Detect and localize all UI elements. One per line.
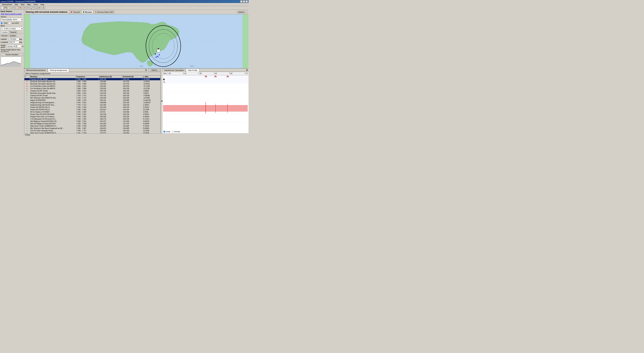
interference-cell: -133.736 xyxy=(99,78,122,80)
frequency-cell: 7.445 - 7.453 xyxy=(76,106,99,108)
options-icon[interactable]: ⋮ xyxy=(148,69,150,71)
tab-transmit[interactable]: Transmit xyxy=(9,31,17,34)
col-receiver[interactable]: Receiver: xyxy=(30,75,76,78)
table-row[interactable]: ✓ 2-12 Macquarie St (OConnell St s... 7.… xyxy=(24,118,160,120)
toolbar-btn-4[interactable]: ✂ xyxy=(12,6,15,9)
table-row[interactable]: ✓ State Sport Centre HOMEBUSH H... 7.241… xyxy=(24,132,160,134)
tab-location[interactable]: Location xyxy=(1,31,9,34)
options-button-table[interactable]: Options... xyxy=(150,69,160,72)
terrain-height-label: Terrain height (above sea): xyxy=(1,49,20,51)
height-value-input[interactable] xyxy=(16,45,22,48)
menu-view[interactable]: View xyxy=(19,3,26,6)
toolbar-sep-3 xyxy=(30,6,30,9)
table-row[interactable]: ✓ Electricity Sub-station Border Roa... … xyxy=(24,92,160,94)
menu-edit[interactable]: Edit xyxy=(14,3,19,6)
tab-reverse-band-gso[interactable]: ◉ Reverse Band GSO xyxy=(94,10,114,14)
tab-path-profile[interactable]: Path Profile xyxy=(186,68,199,72)
receiver-cell: Cnr Pembroke & Sark Sts MINTO xyxy=(30,87,76,90)
toolbar-btn-undo[interactable]: ↩ xyxy=(23,6,26,9)
interference-cell: -154.293 xyxy=(99,122,122,125)
receiver-cell: Powers Rd SEVEN HILLS xyxy=(30,106,76,108)
non-gso-radio[interactable] xyxy=(8,22,11,24)
map-area[interactable]: 140 E 160 E xyxy=(24,14,248,68)
table-row[interactable]: ● Charleys Rd MT Tomah 7.606 - 7.614 -14… xyxy=(24,90,160,92)
service-select[interactable]: Fixed Satellite, Rx/Tx xyxy=(1,18,24,21)
toolbar-btn-redo[interactable]: ↪ xyxy=(26,6,30,9)
table-row[interactable]: ● Electricity Sub-station Bandon Rd... 7… xyxy=(24,80,160,82)
table-container[interactable]: ! Receiver: Frequency: Interference (S):… xyxy=(24,75,160,134)
threshold-cell: -150.105 xyxy=(122,92,142,94)
band-select[interactable]: 4 - 8 GHz (C band) xyxy=(1,27,24,30)
toolbar-btn-3[interactable]: 📁 xyxy=(7,6,10,9)
toolbar-btn-5[interactable]: 📋 xyxy=(15,6,18,9)
menu-help[interactable]: Help xyxy=(39,3,46,6)
col-frequency[interactable]: Frequency: xyxy=(76,75,99,78)
table-row[interactable]: ✓ Integral Energy Site Border Roa... 7.7… xyxy=(24,104,160,106)
toolbar-btn-6[interactable]: 📌 xyxy=(18,6,22,9)
toolbar-btn-zoom-out[interactable]: 🔍- xyxy=(34,6,37,9)
close-button[interactable]: ✕ xyxy=(246,0,248,3)
menu-tools[interactable]: Tools xyxy=(32,3,39,6)
table-row[interactable]: ✓ Old Wallgrove Road EASTERN CR... 7.508… xyxy=(24,120,160,122)
toolbar-btn-2[interactable]: 💾 xyxy=(4,6,7,9)
receiver-cell: Old Wallgrove Road EASTERN CR... xyxy=(30,120,76,122)
maximize-button[interactable]: □ xyxy=(243,0,245,3)
tab-satellite[interactable]: Satellite xyxy=(9,34,17,37)
table-row[interactable]: ● Charleys Rd MT Tomah 7.605 - 7.663 -13… xyxy=(24,78,160,80)
status-cell: ● xyxy=(24,87,30,90)
table-row[interactable]: ✓ Powers Rd SEVEN HILLS 7.445 - 7.453 -1… xyxy=(24,106,160,108)
col-margin[interactable]: ▲ Mar... xyxy=(142,75,160,78)
horizon-elevation-button[interactable]: Horizon elevation xyxy=(1,53,24,56)
col-interference[interactable]: Interference (S): xyxy=(99,75,122,78)
table-row[interactable]: ✓ State Sport Centre HOMEBUSH H... 7.265… xyxy=(24,125,160,127)
options-button[interactable]: Options... xyxy=(237,11,247,14)
minimize-button[interactable]: — xyxy=(240,0,242,3)
panel-toggle[interactable]: ◀ xyxy=(160,68,162,134)
table-row[interactable]: ✓ Ch7/10 Tower Hampden Road ... 7.748 - … xyxy=(24,130,160,132)
table-row[interactable]: ✓ Argyle St WINDSOR 7.466 - 7.473 -150.2… xyxy=(24,99,160,101)
filter-icon[interactable]: ⊟ xyxy=(145,69,147,71)
window-controls[interactable]: — □ ✕ xyxy=(240,0,248,3)
content-area: Sharing with terrestrial transmit statio… xyxy=(24,10,248,136)
table-row[interactable]: ✓ Win Television Site KNIGHTS HILL 7.704… xyxy=(24,97,160,99)
menu-map[interactable]: Map xyxy=(26,3,32,6)
right-panel-toggle[interactable]: ▶ xyxy=(246,69,248,71)
toolbar-btn-zoom-in[interactable]: 🔍+ xyxy=(31,6,34,9)
table-row[interactable]: ✓ Powers Rd SEVEN HILLS 7.494 - 7.502 -1… xyxy=(24,108,160,111)
status-cell: ✓ xyxy=(24,132,30,134)
margin-cell: 10.1296 xyxy=(142,130,160,132)
toolbar-btn-info[interactable]: ℹ xyxy=(42,6,45,9)
toolbar-btn-fit[interactable]: ⊡ xyxy=(38,6,41,9)
toolbar-btn-1[interactable]: 📄 xyxy=(1,6,4,9)
linear-option[interactable]: Linear xyxy=(163,130,170,133)
table-row[interactable]: ✓ Hoxton Park Rd HOXTON PARK 7.543 - 7.5… xyxy=(24,113,160,116)
receiver-cell: 80 Km Radius of SYDNEY xyxy=(30,111,76,113)
tab-transmit-sharing[interactable]: ◉ Transmit xyxy=(70,10,81,14)
interference-cell: -136.381 xyxy=(99,85,122,87)
table-row[interactable]: ✓ Integral Energy St Huntingwood ... 7.5… xyxy=(24,101,160,104)
table-row[interactable]: ✓ 200 Old Wallgrove Road EASTER... 7.425… xyxy=(24,122,160,125)
col-threshold[interactable]: Threshold (S): xyxy=(122,75,142,78)
table-row[interactable]: ✓ Integral Police site Lot 22 Mount ... … xyxy=(24,116,160,118)
gso-radio[interactable] xyxy=(1,22,3,24)
status-cell: ● xyxy=(24,80,30,82)
lon-input[interactable] xyxy=(9,41,19,44)
tab-affected-administrations[interactable]: Affected Administrations xyxy=(24,68,48,72)
lat-input[interactable] xyxy=(9,38,19,40)
menu-assessment[interactable]: Assessment xyxy=(1,3,14,6)
lat-unit: deg xyxy=(19,38,24,40)
table-row[interactable]: ● Cnr Pembroke & Sark Sts MINTO 7.690 - … xyxy=(24,87,160,90)
table-row[interactable]: ✓ Win Television Site Mount Sugarloaf vi… xyxy=(24,127,160,130)
tab-receive[interactable]: Receive xyxy=(1,34,8,37)
table-row[interactable]: ● Electricity Sub-station Bandon Rd... 7… xyxy=(24,82,160,85)
specify-name-link[interactable]: Click here to specify a name xyxy=(1,13,24,15)
tab-receive-sharing[interactable]: ◉ Receive xyxy=(82,10,93,14)
height-type-select[interactable]: terrain xyxy=(7,45,16,48)
table-row[interactable]: ✓ Charleys Rd MT Tomah 7.704 - 7.712 -14… xyxy=(24,94,160,97)
table-row[interactable]: ● Cnr Pembroke & Sark Sts MINTO 7.606 - … xyxy=(24,85,160,87)
table-row[interactable]: ✓ 80 Km Radius of SYDNEY 7.265 - 7.295 -… xyxy=(24,111,160,113)
tab-sharing-assignments[interactable]: Sharing Assignments xyxy=(48,68,69,72)
tab-interference-calculation[interactable]: Interference Calculation xyxy=(162,68,186,72)
circular-option[interactable]: Circular xyxy=(172,130,180,133)
receiver-cell: Charleys Rd MT Tomah xyxy=(30,78,76,80)
